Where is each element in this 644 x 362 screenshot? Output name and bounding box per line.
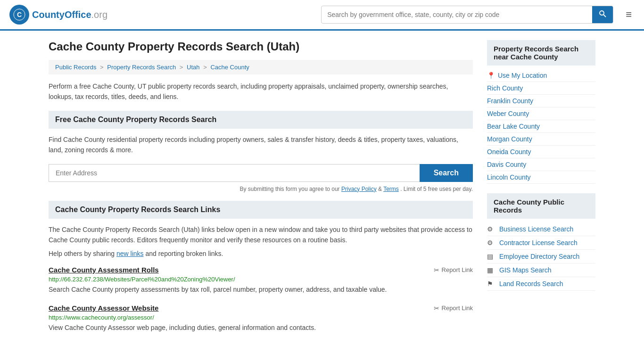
link-gis-maps[interactable]: GIS Maps Search (499, 266, 552, 274)
contractor-license-icon: ⚙ (487, 239, 495, 247)
sidebar-nearby-list: 📍 Use My Location Rich County Franklin C… (487, 69, 595, 184)
privacy-policy-link[interactable]: Privacy Policy (341, 186, 377, 192)
list-item-gis-maps: ▦ GIS Maps Search (487, 263, 595, 277)
page-description: Perform a free Cache County, UT public p… (49, 81, 473, 102)
links-section: Cache County Property Records Search Lin… (49, 201, 473, 333)
list-item-land-records: ⚑ Land Records Search (487, 277, 595, 291)
record-item-header-2: Cache County Assessor Website ✂ Report L… (49, 304, 473, 312)
list-item-lincoln-county: Lincoln County (487, 171, 595, 184)
link-davis-county[interactable]: Davis County (487, 161, 526, 168)
record-item-assessment-rolls: Cache County Assessment Rolls ✂ Report L… (49, 266, 473, 295)
gis-maps-icon: ▦ (487, 266, 495, 274)
share-text: Help others by sharing new links and rep… (49, 250, 473, 257)
address-search-button[interactable]: Search (420, 164, 473, 182)
new-links-link[interactable]: new links (116, 250, 144, 257)
address-input[interactable] (49, 164, 420, 182)
sidebar-public-records-header: Cache County Public Records (487, 193, 595, 219)
record-item-header: Cache County Assessment Rolls ✂ Report L… (49, 266, 473, 274)
link-franklin-county[interactable]: Franklin County (487, 97, 533, 105)
svg-text:C: C (17, 11, 22, 18)
svg-point-2 (600, 11, 604, 15)
page-title: Cache County Property Records Search (Ut… (49, 40, 473, 53)
free-search-header: Free Cache County Property Records Searc… (49, 111, 473, 129)
list-item-oneida-county: Oneida County (487, 146, 595, 158)
list-item-employee-directory: ▤ Employee Directory Search (487, 250, 595, 263)
report-icon: ✂ (434, 266, 439, 274)
link-business-license[interactable]: Business License Search (499, 225, 573, 233)
header: C CountyOffice.org ≡ (0, 0, 644, 31)
main-content: Cache County Property Records Search (Ut… (49, 40, 473, 342)
record-title-assessor-website[interactable]: Cache County Assessor Website (49, 304, 158, 312)
list-item-franklin-county: Franklin County (487, 95, 595, 107)
link-bear-lake-county[interactable]: Bear Lake County (487, 123, 540, 130)
report-link-assessment-rolls[interactable]: ✂ Report Link (434, 266, 473, 274)
logo[interactable]: C CountyOffice.org (9, 5, 107, 25)
list-item-rich-county: Rich County (487, 82, 595, 95)
link-oneida-county[interactable]: Oneida County (487, 148, 531, 156)
svg-line-3 (603, 15, 606, 17)
report-icon-2: ✂ (434, 304, 439, 312)
list-item-business-license: ⚙ Business License Search (487, 222, 595, 236)
address-search-row: Search (49, 164, 473, 182)
record-url-assessment-rolls: http://66.232.67.238/Websites/Parcel%20a… (49, 276, 473, 283)
list-item-davis-county: Davis County (487, 158, 595, 171)
form-disclaimer: By submitting this form you agree to our… (49, 186, 473, 192)
links-description: The Cache County Property Records Search… (49, 224, 473, 246)
link-morgan-county[interactable]: Morgan County (487, 135, 532, 143)
land-records-icon: ⚑ (487, 280, 495, 288)
terms-link[interactable]: Terms (383, 186, 399, 192)
location-pin-icon: 📍 (487, 72, 495, 79)
record-desc-assessor-website: View Cache County Assessor web page, inc… (49, 323, 473, 333)
link-rich-county[interactable]: Rich County (487, 84, 523, 92)
global-search-button[interactable] (592, 6, 613, 23)
list-item-morgan-county: Morgan County (487, 133, 595, 146)
business-license-icon: ⚙ (487, 225, 495, 233)
logo-text: CountyOffice.org (32, 9, 107, 20)
record-item-assessor-website: Cache County Assessor Website ✂ Report L… (49, 304, 473, 333)
free-search-description: Find Cache County residential property r… (49, 134, 473, 156)
global-search-input[interactable] (322, 7, 592, 22)
links-section-header: Cache County Property Records Search Lin… (49, 201, 473, 219)
property-search-form: Search By submitting this form you agree… (49, 164, 473, 192)
page-container: Cache County Property Records Search (Ut… (39, 31, 605, 352)
list-item-weber-county: Weber County (487, 107, 595, 120)
record-url-assessor-website: https://www.cachecounty.org/assessor/ (49, 314, 473, 321)
breadcrumb-property-records-search[interactable]: Property Records Search (107, 64, 176, 71)
link-contractor-license[interactable]: Contractor License Search (499, 239, 578, 247)
global-search-bar (321, 6, 613, 24)
breadcrumb-cache-county[interactable]: Cache County (210, 64, 249, 71)
link-land-records[interactable]: Land Records Search (499, 280, 563, 288)
record-title-assessment-rolls[interactable]: Cache County Assessment Rolls (49, 266, 159, 274)
list-item-bear-lake-county: Bear Lake County (487, 120, 595, 133)
link-employee-directory[interactable]: Employee Directory Search (499, 253, 579, 260)
sidebar-nearby-header: Property Records Search near Cache Count… (487, 40, 595, 66)
hamburger-menu[interactable]: ≡ (623, 6, 635, 24)
sidebar: Property Records Search near Cache Count… (487, 40, 595, 342)
list-item-contractor-license: ⚙ Contractor License Search (487, 236, 595, 250)
record-desc-assessment-rolls: Search Cache County property assessments… (49, 285, 473, 295)
breadcrumb: Public Records > Property Records Search… (49, 60, 473, 74)
logo-icon: C (9, 5, 29, 25)
report-link-assessor-website[interactable]: ✂ Report Link (434, 304, 473, 312)
use-location-link[interactable]: Use My Location (498, 72, 547, 79)
breadcrumb-utah[interactable]: Utah (187, 64, 199, 71)
breadcrumb-public-records[interactable]: Public Records (55, 64, 96, 71)
link-lincoln-county[interactable]: Lincoln County (487, 173, 531, 181)
link-weber-county[interactable]: Weber County (487, 110, 529, 117)
sidebar-public-records-list: ⚙ Business License Search ⚙ Contractor L… (487, 222, 595, 291)
use-my-location[interactable]: 📍 Use My Location (487, 69, 595, 82)
employee-directory-icon: ▤ (487, 253, 495, 260)
